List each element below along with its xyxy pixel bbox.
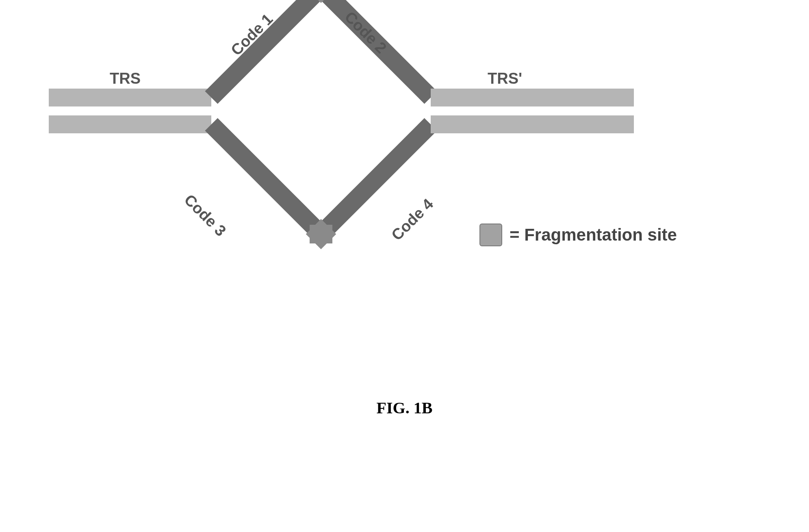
- legend-text: = Fragmentation site: [510, 225, 677, 245]
- label-trs-left: TRS: [110, 70, 141, 87]
- bottom-left-trs-bar: [49, 115, 211, 133]
- legend-swatch-icon: [479, 224, 502, 246]
- figure-caption: FIG. 1B: [377, 398, 433, 417]
- bottom-right-trs-bar: [431, 115, 634, 133]
- figure-stage: TRS TRS' Code 1 Code 2 Code 3 Code 4 = F…: [0, 0, 809, 532]
- legend: = Fragmentation site: [479, 224, 677, 246]
- top-right-trs-bar: [431, 89, 634, 106]
- label-trs-right: TRS': [488, 70, 522, 87]
- top-left-trs-bar: [49, 89, 211, 106]
